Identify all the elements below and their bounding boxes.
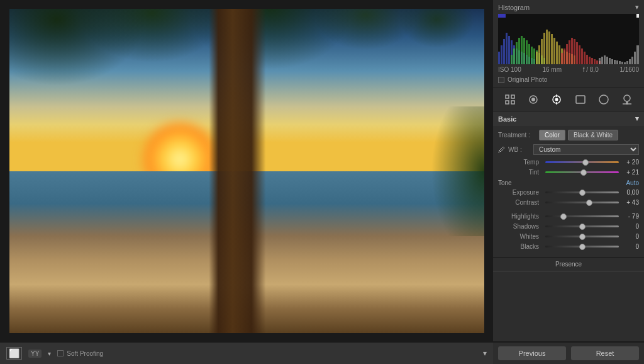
spot-removal-icon[interactable] xyxy=(526,92,541,107)
whites-track[interactable] xyxy=(545,236,619,237)
svg-rect-38 xyxy=(558,45,560,64)
soft-proofing-label: Soft Proofing xyxy=(67,350,103,357)
svg-rect-61 xyxy=(599,58,601,64)
svg-rect-16 xyxy=(513,48,515,64)
treatment-row: Treatment : Color Black & White xyxy=(498,130,639,140)
original-photo-row[interactable]: Original Photo xyxy=(498,75,639,84)
dropdown-btn[interactable]: ▾ xyxy=(48,350,51,357)
svg-rect-75 xyxy=(634,52,636,64)
svg-rect-76 xyxy=(636,45,639,64)
basic-panel-title: Basic xyxy=(498,115,516,123)
contrast-value: + 43 xyxy=(621,199,639,206)
svg-rect-63 xyxy=(604,55,606,64)
contrast-thumb[interactable] xyxy=(586,200,592,206)
svg-rect-19 xyxy=(521,36,523,64)
svg-rect-4 xyxy=(508,36,510,64)
soft-proofing-row[interactable]: Soft Proofing xyxy=(57,350,103,357)
exif-shutter: 1/1600 xyxy=(619,66,639,73)
svg-point-86 xyxy=(555,98,558,101)
photo-view-dropdown[interactable]: ▾ xyxy=(483,349,487,358)
wb-label: WB : xyxy=(508,146,533,153)
svg-rect-0 xyxy=(498,52,500,64)
soft-proofing-checkbox[interactable] xyxy=(57,350,64,356)
svg-rect-82 xyxy=(511,101,514,104)
exif-iso: ISO 100 xyxy=(498,66,521,73)
svg-rect-32 xyxy=(543,33,545,64)
svg-rect-20 xyxy=(523,38,525,64)
exposure-track[interactable] xyxy=(545,191,619,193)
svg-rect-51 xyxy=(576,42,578,64)
svg-rect-73 xyxy=(629,59,631,64)
tone-section: Tone Auto xyxy=(498,179,639,186)
bottom-toolbar: ⬜ YY ▾ Soft Proofing ▾ xyxy=(0,342,493,364)
shadows-track[interactable] xyxy=(545,225,619,227)
tint-value: + 21 xyxy=(621,169,639,176)
previous-button[interactable]: Previous xyxy=(498,346,566,360)
svg-rect-59 xyxy=(596,60,598,64)
shadows-slider-row: Shadows 0 xyxy=(498,223,639,230)
histogram-header: Histogram ▾ xyxy=(498,3,639,11)
temp-track[interactable] xyxy=(545,161,619,163)
tone-label: Tone xyxy=(498,179,512,186)
svg-rect-62 xyxy=(601,57,603,64)
original-photo-checkbox[interactable] xyxy=(498,77,504,83)
tint-thumb[interactable] xyxy=(580,169,587,176)
shadows-thumb[interactable] xyxy=(579,224,586,230)
blacks-track[interactable] xyxy=(545,246,619,247)
blacks-thumb[interactable] xyxy=(579,244,586,250)
whites-slider-row: Whites 0 xyxy=(498,233,639,240)
highlights-track[interactable] xyxy=(545,215,619,217)
exposure-thumb[interactable] xyxy=(579,190,586,196)
original-photo-label: Original Photo xyxy=(508,76,547,83)
svg-rect-22 xyxy=(528,44,530,64)
blacks-label: Blacks xyxy=(498,243,539,250)
temp-label: Temp xyxy=(498,159,539,166)
histogram-canvas xyxy=(498,14,639,64)
graduated-filter-icon[interactable] xyxy=(573,92,588,107)
svg-point-84 xyxy=(531,98,535,101)
crop-tool-icon[interactable] xyxy=(502,92,518,107)
tint-slider-row: Tint + 21 xyxy=(498,169,639,176)
basic-panel: Basic ▾ Treatment : Color Black & White xyxy=(493,111,644,342)
blacks-slider-row: Blacks 0 xyxy=(498,243,639,250)
svg-point-91 xyxy=(624,95,630,101)
color-treatment-btn[interactable]: Color xyxy=(539,130,565,140)
svg-rect-21 xyxy=(526,40,528,64)
whites-thumb[interactable] xyxy=(579,234,586,240)
svg-rect-33 xyxy=(546,30,548,64)
svg-rect-56 xyxy=(589,57,591,64)
svg-rect-48 xyxy=(569,40,570,64)
temp-thumb[interactable] xyxy=(582,159,589,166)
highlights-thumb[interactable] xyxy=(560,213,567,220)
basic-panel-header[interactable]: Basic ▾ xyxy=(493,111,644,126)
whites-value: 0 xyxy=(621,233,639,240)
svg-rect-71 xyxy=(624,62,626,64)
tint-track[interactable] xyxy=(545,171,619,173)
svg-rect-69 xyxy=(619,61,621,64)
svg-rect-46 xyxy=(564,48,565,64)
svg-rect-78 xyxy=(498,14,506,18)
svg-rect-72 xyxy=(626,61,628,64)
svg-rect-18 xyxy=(518,38,520,64)
basic-panel-content: Treatment : Color Black & White WB : Cus… xyxy=(493,126,644,257)
wb-select[interactable]: Custom xyxy=(533,144,639,155)
svg-rect-3 xyxy=(506,33,508,64)
frame-icon[interactable]: ⬜ xyxy=(6,347,22,360)
yy-badge[interactable]: YY xyxy=(28,350,42,358)
svg-rect-57 xyxy=(591,58,593,64)
reset-button[interactable]: Reset xyxy=(571,346,639,360)
svg-rect-70 xyxy=(621,62,623,64)
svg-rect-50 xyxy=(574,39,575,64)
auto-btn[interactable]: Auto xyxy=(626,179,639,186)
exposure-value: 0,00 xyxy=(621,189,639,196)
contrast-track[interactable] xyxy=(545,202,619,203)
radial-filter-icon[interactable] xyxy=(596,92,611,107)
bw-treatment-btn[interactable]: Black & White xyxy=(568,130,618,140)
contrast-label: Contrast xyxy=(498,199,539,206)
svg-rect-65 xyxy=(609,58,611,64)
svg-rect-66 xyxy=(611,59,613,64)
red-eye-icon[interactable] xyxy=(549,92,564,107)
svg-rect-53 xyxy=(581,48,583,64)
presence-label: Presence xyxy=(555,261,582,268)
adjustment-brush-icon[interactable] xyxy=(619,92,635,107)
